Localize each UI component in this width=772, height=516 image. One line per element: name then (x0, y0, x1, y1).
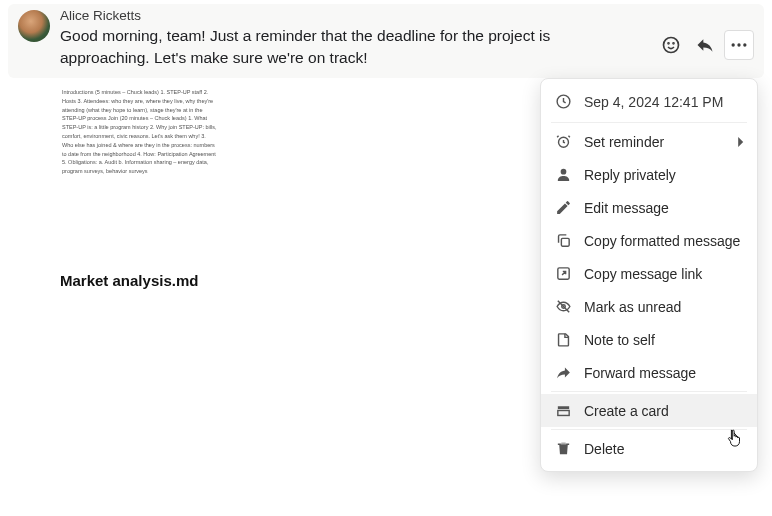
chevron-right-icon (738, 134, 745, 150)
reply-button[interactable] (690, 30, 720, 60)
forward-icon (555, 364, 572, 381)
person-icon (555, 166, 572, 183)
svg-point-1 (668, 43, 669, 44)
smile-icon (661, 35, 681, 55)
menu-delete[interactable]: Delete (541, 432, 757, 465)
menu-divider (551, 122, 747, 123)
more-horizontal-icon (729, 35, 749, 55)
menu-copy-formatted[interactable]: Copy formatted message (541, 224, 757, 257)
note-icon (555, 331, 572, 348)
eye-off-icon (555, 298, 572, 315)
menu-item-label: Set reminder (584, 134, 743, 150)
copy-icon (555, 232, 572, 249)
menu-note-self[interactable]: Note to self (541, 323, 757, 356)
svg-point-5 (743, 43, 746, 46)
svg-point-2 (673, 43, 674, 44)
menu-item-label: Note to self (584, 332, 743, 348)
menu-mark-unread[interactable]: Mark as unread (541, 290, 757, 323)
svg-rect-13 (558, 411, 569, 416)
menu-create-card[interactable]: Create a card (541, 394, 757, 427)
menu-forward[interactable]: Forward message (541, 356, 757, 389)
menu-item-label: Copy formatted message (584, 233, 743, 249)
svg-rect-12 (558, 406, 569, 409)
message-row: Alice Ricketts Good morning, team! Just … (8, 4, 764, 78)
menu-divider (551, 391, 747, 392)
external-link-icon (555, 265, 572, 282)
context-menu: Sep 4, 2024 12:41 PM Set reminder Reply … (540, 78, 758, 472)
avatar[interactable] (18, 10, 50, 42)
svg-point-3 (732, 43, 735, 46)
menu-item-label: Reply privately (584, 167, 743, 183)
svg-point-4 (737, 43, 740, 46)
attachment-preview: Introductions (5 minutes – Chuck leads) … (60, 84, 220, 194)
menu-copy-link[interactable]: Copy message link (541, 257, 757, 290)
trash-icon (555, 440, 572, 457)
menu-item-label: Edit message (584, 200, 743, 216)
timestamp-label: Sep 4, 2024 12:41 PM (584, 94, 723, 110)
more-actions-button[interactable] (724, 30, 754, 60)
menu-item-label: Forward message (584, 365, 743, 381)
message-text: Good morning, team! Just a reminder that… (60, 25, 644, 70)
menu-reply-privately[interactable]: Reply privately (541, 158, 757, 191)
menu-item-label: Delete (584, 441, 743, 457)
svg-point-8 (561, 169, 567, 175)
menu-set-reminder[interactable]: Set reminder (541, 125, 757, 158)
menu-timestamp: Sep 4, 2024 12:41 PM (541, 85, 757, 120)
svg-point-0 (664, 38, 679, 53)
message-actions (656, 30, 754, 60)
message-author[interactable]: Alice Ricketts (60, 8, 644, 23)
pencil-icon (555, 199, 572, 216)
reply-icon (695, 35, 715, 55)
alarm-icon (555, 133, 572, 150)
menu-edit-message[interactable]: Edit message (541, 191, 757, 224)
react-button[interactable] (656, 30, 686, 60)
menu-item-label: Copy message link (584, 266, 743, 282)
message-content: Alice Ricketts Good morning, team! Just … (60, 8, 644, 70)
card-icon (555, 402, 572, 419)
clock-icon (555, 93, 572, 110)
menu-divider (551, 429, 747, 430)
menu-item-label: Create a card (584, 403, 743, 419)
attachment[interactable]: Introductions (5 minutes – Chuck leads) … (60, 84, 220, 194)
svg-rect-9 (561, 238, 569, 246)
menu-item-label: Mark as unread (584, 299, 743, 315)
